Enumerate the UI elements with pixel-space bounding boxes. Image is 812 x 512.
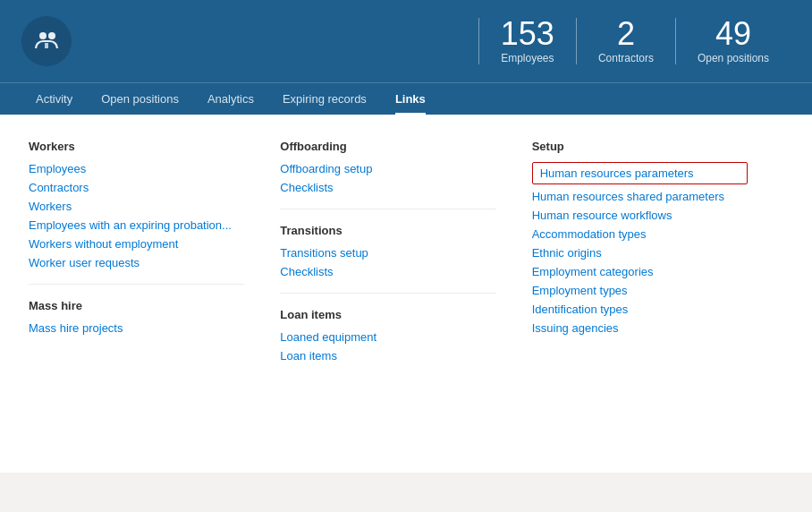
stat-label: Employees	[501, 52, 554, 64]
section-link[interactable]: Employment types	[532, 284, 748, 297]
links-content: WorkersEmployeesContractorsWorkersEmploy…	[0, 115, 812, 473]
section-title-setup: Setup	[532, 140, 748, 153]
highlighted-link[interactable]: Human resources parameters	[532, 162, 748, 184]
section-link[interactable]: Issuing agencies	[532, 321, 748, 335]
page-header: 153 Employees 2 Contractors 49 Open posi…	[0, 0, 812, 82]
links-columns: WorkersEmployeesContractorsWorkersEmploy…	[29, 140, 783, 368]
stat-label: Open positions	[698, 52, 769, 64]
section-link[interactable]: Human resources shared parameters	[532, 190, 748, 203]
app-icon	[21, 16, 72, 66]
stat-number: 153	[501, 18, 554, 50]
stat-number: 2	[598, 18, 654, 50]
section-link[interactable]: Worker user requests	[29, 256, 244, 269]
section-divider	[29, 284, 244, 285]
section-link[interactable]: Loan items	[280, 349, 495, 363]
column-workers: WorkersEmployeesContractorsWorkersEmploy…	[29, 140, 280, 368]
nav-item-activity[interactable]: Activity	[21, 83, 87, 115]
stat-item: 2 Contractors	[576, 18, 675, 64]
column-offboarding: OffboardingOffboarding setupChecklistsTr…	[280, 140, 531, 368]
nav-item-open-positions[interactable]: Open positions	[87, 83, 193, 115]
subsection-title: Mass hire	[29, 299, 244, 312]
subsection-title: Transitions	[280, 224, 495, 237]
nav-item-links[interactable]: Links	[381, 83, 440, 115]
section-link[interactable]: Checklists	[280, 265, 495, 278]
section-divider	[280, 293, 495, 294]
section-link[interactable]: Mass hire projects	[29, 321, 244, 335]
section-link[interactable]: Employees	[29, 162, 244, 175]
main-nav: ActivityOpen positionsAnalyticsExpiring …	[0, 82, 812, 115]
svg-point-1	[48, 32, 55, 39]
nav-item-expiring-records[interactable]: Expiring records	[268, 83, 381, 115]
section-link[interactable]: Employees with an expiring probation...	[29, 218, 244, 232]
section-link[interactable]: Transitions setup	[280, 246, 495, 260]
stat-number: 49	[698, 18, 769, 50]
section-link[interactable]: Accommodation types	[532, 227, 748, 241]
section-link[interactable]: Ethnic origins	[532, 246, 748, 260]
section-link[interactable]: Employment categories	[532, 265, 748, 278]
section-link[interactable]: Human resource workflows	[532, 209, 748, 222]
section-divider	[280, 209, 495, 209]
stat-item: 49 Open positions	[675, 18, 791, 64]
stat-label: Contractors	[598, 52, 654, 64]
stat-item: 153 Employees	[478, 18, 576, 64]
section-link[interactable]: Contractors	[29, 181, 244, 194]
subsection-title: Loan items	[280, 308, 495, 321]
svg-rect-2	[45, 43, 48, 48]
section-title-workers: Workers	[29, 140, 244, 153]
stats-container: 153 Employees 2 Contractors 49 Open posi…	[478, 18, 791, 64]
section-link[interactable]: Workers	[29, 200, 244, 213]
column-setup: SetupHuman resources parametersHuman res…	[532, 140, 783, 368]
section-link[interactable]: Loaned equipment	[280, 330, 495, 344]
section-link[interactable]: Offboarding setup	[280, 162, 495, 175]
section-title-offboarding: Offboarding	[280, 140, 495, 153]
section-link[interactable]: Workers without employment	[29, 237, 244, 251]
svg-point-0	[39, 32, 47, 39]
section-link[interactable]: Identification types	[532, 303, 748, 316]
nav-item-analytics[interactable]: Analytics	[193, 83, 268, 115]
section-link[interactable]: Checklists	[280, 181, 495, 194]
